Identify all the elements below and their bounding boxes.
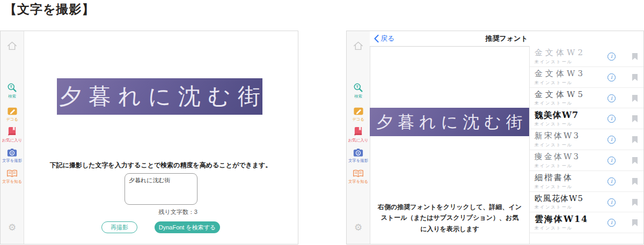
sidebar-item-favorites[interactable]: お気に入り: [347, 127, 370, 143]
sidebar-item-know[interactable]: 文字を知る: [1, 168, 24, 184]
bookmark-icon[interactable]: [632, 94, 638, 102]
capture-button-row: 再撮影 DynaFont を検索する: [24, 221, 298, 233]
font-name: 新宋体W3: [535, 131, 580, 141]
sidebar-item-deco[interactable]: デコる: [347, 106, 370, 122]
font-name: 魏美体W7: [535, 110, 579, 121]
font-status: 未インストール: [535, 80, 573, 86]
info-icon[interactable]: i: [608, 53, 616, 61]
info-icon[interactable]: i: [608, 157, 616, 165]
sidebar-item-label: 文字を知る: [348, 179, 369, 184]
recommend-instruction: 右側の推奨フォントをクリックして、詳細、インストール（またはサブスクリプション）…: [378, 202, 522, 234]
sidebar-item-settings[interactable]: ⚙: [1, 223, 24, 233]
font-list-item[interactable]: 新宋体W3 未インストール i: [530, 129, 643, 150]
photo-text: 夕暮れに沈む街: [59, 81, 267, 112]
search-dynafont-button[interactable]: DynaFont を検索する: [155, 221, 220, 233]
sidebar-item-deco[interactable]: デコる: [1, 106, 24, 122]
font-list-item[interactable]: 金文体W3 未インストール i: [530, 67, 643, 88]
bookmark-icon[interactable]: [632, 198, 638, 206]
back-button[interactable]: 戻る: [374, 31, 394, 46]
font-status: 未インストール: [535, 59, 573, 65]
font-status: 未インストール: [535, 121, 573, 127]
captured-text-input[interactable]: 夕暮れに沈む街: [125, 173, 197, 205]
sidebar: 検索 デコる お気に入り 文字を撮影 文字を知る ⚙: [347, 31, 370, 244]
remaining-count-label: 残り文字数：3: [125, 208, 197, 216]
font-status: 未インストール: [535, 163, 573, 169]
decorate-icon: [347, 106, 370, 116]
retake-button[interactable]: 再撮影: [101, 221, 137, 233]
sidebar-item-settings[interactable]: ⚙: [347, 223, 370, 233]
sidebar-item-capture[interactable]: 文字を撮影: [1, 148, 24, 164]
sidebar-item-label: 検索: [2, 93, 23, 99]
sidebar-item-favorites[interactable]: お気に入り: [1, 127, 24, 143]
font-status: 未インストール: [535, 142, 573, 148]
sidebar-item-label: デコる: [2, 116, 23, 122]
font-status: 未インストール: [535, 204, 573, 210]
home-icon: [1, 41, 24, 51]
open-book-icon: [347, 168, 370, 178]
sidebar: 検索 デコる お気に入り 文字を撮影 文字を知る ⚙: [1, 31, 24, 244]
sidebar-item-label: 文字を撮影: [348, 158, 369, 163]
sidebar-item-home[interactable]: [1, 41, 24, 51]
sidebar-item-label: デコる: [348, 116, 369, 122]
sidebar-item-label: お気に入り: [2, 137, 23, 143]
font-name: 痩金体W3: [535, 152, 580, 162]
info-icon[interactable]: i: [608, 115, 616, 123]
sidebar-item-know[interactable]: 文字を知る: [347, 168, 370, 184]
sidebar-item-label: お気に入り: [348, 137, 369, 143]
bookmark-icon[interactable]: [632, 219, 638, 227]
sidebar-item-label: 検索: [348, 93, 369, 99]
font-name: 雲海体W14: [535, 214, 588, 225]
font-status: 未インストール: [535, 184, 573, 190]
font-list-item[interactable]: 痩金体W3 未インストール i: [530, 150, 643, 171]
capture-window: 検索 デコる お気に入り 文字を撮影 文字を知る ⚙: [0, 31, 298, 244]
font-list-item[interactable]: 魏美体W7 未インストール i: [530, 108, 643, 129]
font-list: 金文体W2 未インストール i 金文体W3 未インストール i 金文体W5 未イ…: [529, 46, 643, 244]
bookmark-icon[interactable]: [632, 157, 638, 165]
captured-text-photo: 夕暮れに沈む街: [57, 78, 262, 115]
font-list-item[interactable]: 欧風花体W5 未インストール i: [530, 192, 643, 213]
font-status: 未インストール: [535, 225, 573, 231]
sidebar-item-capture[interactable]: 文字を撮影: [347, 148, 370, 164]
search-icon: [347, 83, 370, 93]
info-icon[interactable]: i: [608, 198, 616, 206]
sidebar-item-label: 文字を知る: [2, 179, 23, 184]
font-status: 未インストール: [535, 100, 573, 106]
font-name: 金文体W2: [535, 48, 586, 58]
bookmark-icon[interactable]: [632, 73, 638, 81]
sidebar-item-search[interactable]: 検索: [347, 83, 370, 99]
bookmark-icon[interactable]: [632, 53, 638, 61]
favorites-book-icon: [1, 127, 24, 137]
sidebar-item-label: 文字を撮影: [2, 158, 23, 163]
font-name: 欧風花体W5: [535, 194, 583, 204]
captured-text-photo: 夕暮れに沈む街: [370, 108, 529, 136]
info-icon[interactable]: i: [608, 73, 616, 81]
photo-text: 夕暮れに沈む街: [376, 111, 528, 133]
home-icon: [347, 41, 370, 51]
info-icon[interactable]: i: [608, 136, 616, 144]
bookmark-icon[interactable]: [632, 115, 638, 123]
info-icon[interactable]: i: [608, 219, 616, 227]
recommend-window: 検索 デコる お気に入り 文字を撮影 文字を知る ⚙: [346, 31, 644, 244]
capture-instruction: 下記に撮影した文字を入力することで検索の精度を高めることができます。: [24, 161, 298, 170]
info-icon[interactable]: i: [608, 177, 616, 185]
chevron-left-icon: [374, 34, 379, 43]
search-icon: [1, 83, 24, 93]
font-name: 金文体W3: [535, 69, 586, 79]
font-list-item[interactable]: 雲海体W14 未インストール i: [530, 212, 643, 233]
nav-bar: 推奨フォント 戻る: [370, 31, 643, 47]
favorites-book-icon: [347, 127, 370, 137]
gear-icon: ⚙: [1, 223, 24, 232]
info-icon[interactable]: i: [608, 94, 616, 102]
sidebar-item-home[interactable]: [347, 41, 370, 51]
font-name: 金文体W5: [535, 90, 586, 100]
font-name: 細楷書体: [535, 173, 573, 183]
font-list-item[interactable]: 金文体W2 未インストール i: [530, 46, 643, 67]
font-list-item[interactable]: 細楷書体 未インストール i: [530, 171, 643, 192]
font-list-item[interactable]: 金文体W5 未インストール i: [530, 88, 643, 109]
bookmark-icon[interactable]: [632, 136, 638, 144]
bookmark-icon[interactable]: [632, 177, 638, 185]
camera-icon: [1, 148, 24, 157]
nav-title: 推奨フォント: [370, 31, 643, 46]
sidebar-item-search[interactable]: 検索: [1, 83, 24, 99]
decorate-icon: [1, 106, 24, 116]
